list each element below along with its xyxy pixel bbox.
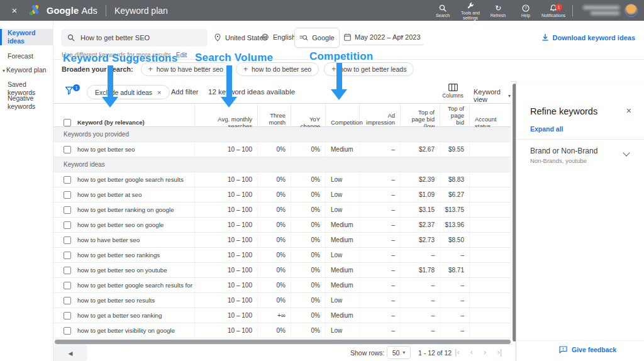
table-row[interactable]: how to get better google search results1… [53, 172, 511, 187]
annotation-keyword-suggestions: Keyword Suggestions [63, 52, 177, 65]
chevron-down-icon[interactable] [623, 149, 630, 156]
table-row[interactable]: how to get better at seo10 – 1000%0%Low–… [53, 187, 511, 203]
previous-page-button[interactable]: ‹ [470, 347, 473, 357]
refine-group-title[interactable]: Brand or Non-Brand [530, 147, 597, 155]
expand-all-link[interactable]: Expand all [530, 125, 564, 133]
cell-account-status [470, 142, 511, 157]
keyword-search-input[interactable]: How to get better SEO [61, 29, 208, 47]
download-keyword-ideas-button[interactable]: Download keyword ideas [541, 33, 635, 42]
keyword-text: how to get better at seo [77, 191, 142, 198]
avatar[interactable] [625, 4, 638, 17]
exclude-adult-ideas-chip[interactable]: Exclude adult ideas × [87, 85, 170, 99]
row-checkbox[interactable] [64, 236, 71, 244]
table-row[interactable]: how to get better ranking on google10 – … [53, 203, 511, 218]
table-row[interactable]: how to get a better seo ranking10 – 100+… [53, 308, 511, 323]
row-checkbox[interactable] [64, 146, 71, 153]
last-page-button[interactable]: ›| [497, 347, 502, 357]
refresh-button[interactable]: ↻ Refresh [484, 3, 512, 18]
row-checkbox[interactable] [64, 327, 71, 335]
cell-ad-impression-share: – [360, 293, 401, 308]
close-icon[interactable]: × [0, 5, 29, 16]
help-button[interactable]: ? Help [512, 3, 540, 18]
keyword-text: how to get better seo on youtube [77, 267, 167, 274]
search-nav-button[interactable]: Search [429, 3, 457, 18]
svg-text:?: ? [525, 6, 527, 10]
table-row[interactable]: how to get better visibility on google10… [53, 323, 511, 338]
cell-top-bid-high: – [440, 308, 470, 323]
date-caret-icon[interactable]: ▾ [401, 33, 404, 40]
cell-top-bid-high: $6.27 [440, 187, 470, 202]
table-row[interactable]: how to get better google search results … [53, 278, 511, 293]
tools-settings-button[interactable]: Tools and settings [457, 1, 484, 21]
first-page-button[interactable]: |‹ [455, 347, 460, 357]
row-checkbox[interactable] [64, 312, 71, 319]
keyword-view-selector[interactable]: Keyword view▾ [474, 88, 511, 103]
sidebar-item-negative-keywords[interactable]: Negative keywords [0, 94, 39, 111]
horizontal-scrollbar[interactable] [55, 340, 511, 344]
left-sidebar: Keyword ideas Forecast ▾Keyword plan Sav… [0, 21, 53, 361]
cell-avg-monthly-searches: 10 – 100 [195, 248, 258, 262]
search-icon [67, 34, 75, 42]
cell-three-month-change: 0% [258, 142, 291, 157]
cell-top-bid-low: $1.78 [401, 263, 440, 277]
table-row[interactable]: how to get better seo10 – 1000%0%Medium–… [53, 142, 511, 157]
cell-ad-impression-share: – [360, 263, 401, 277]
table-row[interactable]: how to get better seo results10 – 1000%0… [53, 293, 511, 308]
table-row[interactable]: how to get better seo rankings10 – 1000%… [53, 248, 511, 263]
row-checkbox[interactable] [64, 206, 71, 214]
cell-ad-impression-share: – [360, 203, 401, 217]
cell-ad-impression-share: – [360, 278, 401, 292]
sidebar-item-keyword-ideas[interactable]: Keyword ideas [0, 29, 53, 45]
sidebar-item-forecast[interactable]: Forecast [0, 52, 53, 60]
table-footer: ◀ Show rows: 50▾ 1 - 12 of 12 |‹ ‹ › ›| [53, 344, 514, 361]
page-title: Keyword plan [114, 6, 168, 16]
close-panel-icon[interactable]: × [626, 106, 631, 116]
row-checkbox[interactable] [64, 252, 71, 259]
add-filter-button[interactable]: Add filter [171, 88, 198, 96]
cell-avg-monthly-searches: 10 – 100 [195, 308, 258, 323]
account-menu[interactable] [583, 4, 638, 17]
row-checkbox[interactable] [64, 282, 71, 289]
table-row[interactable]: how to get better seo on youtube10 – 100… [53, 263, 511, 278]
next-page-button[interactable]: › [484, 347, 486, 357]
date-range-selector[interactable]: May 2022 – Apr 2023 [341, 29, 423, 45]
cell-yoy-change: 0% [291, 248, 326, 262]
cell-three-month-change: 0% [258, 278, 291, 292]
row-checkbox[interactable] [64, 191, 71, 199]
cell-avg-monthly-searches: 10 – 100 [195, 263, 258, 277]
cell-top-bid-low: $3.15 [401, 203, 440, 217]
annotation-arrow-head [102, 97, 118, 108]
location-selector[interactable]: United States [214, 33, 267, 42]
edit-link[interactable]: Edit [176, 52, 187, 58]
row-checkbox[interactable] [64, 176, 71, 184]
table-header-row: Keyword (by relevance) Avg. monthly sear… [53, 103, 511, 127]
sidebar-item-keyword-plan[interactable]: ▾Keyword plan [0, 66, 53, 75]
row-checkbox[interactable] [64, 221, 71, 229]
language-selector[interactable]: English [261, 33, 296, 41]
annotation-arrow-shaft [108, 65, 113, 97]
suggestion-chip[interactable]: +how to do better seo [236, 62, 319, 76]
notifications-button[interactable]: Notifications 1 [540, 3, 567, 18]
cell-top-bid-low: – [401, 293, 440, 308]
network-selector[interactable]: Google [294, 28, 340, 48]
row-checkbox[interactable] [64, 297, 71, 304]
table-section-header: Keywords you provided [53, 127, 511, 142]
give-feedback-button[interactable]: Give feedback [559, 346, 616, 353]
main-content: How to get better SEO United States Engl… [53, 21, 644, 361]
caret-down-icon: ▾ [402, 350, 405, 355]
download-icon [541, 33, 549, 42]
columns-button[interactable]: Columns [438, 84, 467, 99]
row-checkbox[interactable] [64, 267, 71, 274]
cell-top-bid-high: $8.71 [440, 263, 470, 277]
rows-per-page-select[interactable]: 50▾ [387, 346, 411, 359]
table-row[interactable]: how to get better seo on google10 – 1000… [53, 218, 511, 233]
cell-top-bid-high: – [440, 323, 470, 338]
cell-yoy-change: 0% [291, 233, 326, 247]
select-all-checkbox[interactable] [64, 119, 71, 126]
filter-funnel-button[interactable]: 1 [65, 86, 79, 99]
cell-top-bid-high: $8.50 [440, 233, 470, 247]
collapse-sidebar-button[interactable]: ◀ [53, 345, 87, 361]
table-row[interactable]: how to have better seo10 – 1000%0%Medium… [53, 233, 511, 248]
remove-filter-icon[interactable]: × [157, 89, 161, 96]
cell-top-bid-low: – [401, 248, 440, 262]
